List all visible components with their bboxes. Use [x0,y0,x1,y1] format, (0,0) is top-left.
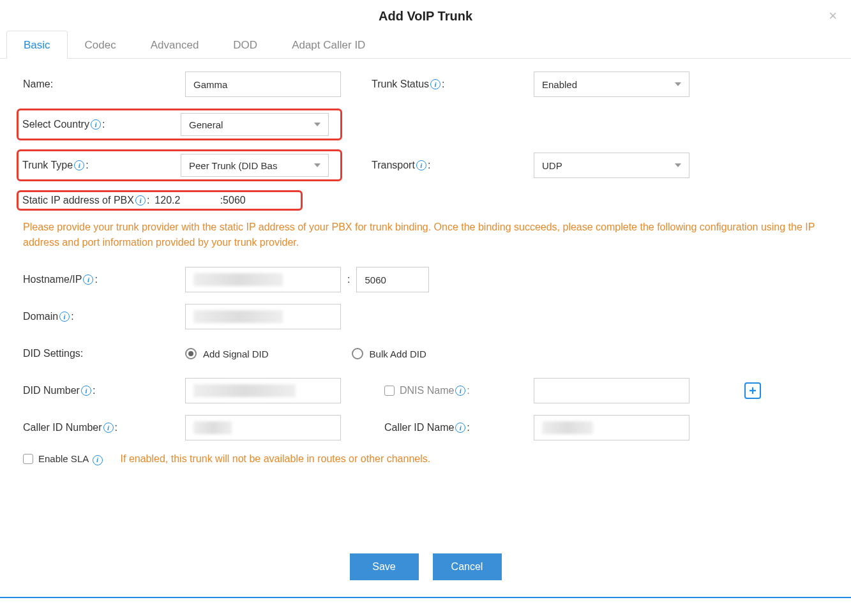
domain-label: Domain i: [23,311,185,322]
did-number-input[interactable] [185,378,341,403]
ip-binding-notice: Please provide your trunk provider with … [23,220,828,250]
caller-id-number-input[interactable] [185,415,341,440]
info-icon[interactable]: i [93,455,103,465]
caller-id-number-label: Caller ID Number i: [23,422,185,433]
redacted-value [193,384,296,397]
tab-advanced[interactable]: Advanced [133,31,216,59]
tab-codec[interactable]: Codec [68,31,133,59]
static-ip-value: 120.2 :5060 [154,195,245,206]
info-icon[interactable]: i [81,386,91,396]
dialog-footer: Save Cancel [0,553,851,598]
chevron-down-icon [675,82,681,86]
cancel-button[interactable]: Cancel [433,553,502,580]
enable-sla-checkbox[interactable] [23,454,33,464]
trunk-type-select[interactable]: Peer Trunk (DID Bas [181,154,329,177]
radio-unchecked-icon [352,348,363,359]
info-icon[interactable]: i [103,423,114,433]
did-settings-label: DID Settings: [23,348,185,359]
redacted-value [193,421,232,434]
info-icon[interactable]: i [455,386,465,396]
chevron-down-icon [314,123,320,126]
info-icon[interactable]: i [91,119,101,130]
add-did-button[interactable]: + [744,382,761,399]
add-signal-did-radio[interactable]: Add Signal DID [185,348,269,359]
bulk-add-did-radio[interactable]: Bulk Add DID [352,348,426,359]
redacted-value [193,310,283,323]
port-separator: : [347,274,350,285]
chevron-down-icon [675,163,681,167]
close-icon[interactable]: × [829,9,837,23]
did-number-label: DID Number i: [23,385,185,396]
trunk-type-label: Trunk Type i: [22,160,181,171]
sla-hint: If enabled, this trunk will not be avail… [121,453,431,465]
chevron-down-icon [314,163,320,167]
trunk-status-label: Trunk Status i: [372,79,534,90]
dialog-title: Add VoIP Trunk [0,0,851,30]
form-area: Name: Trunk Status i: Enabled Select Cou… [0,59,851,465]
info-icon[interactable]: i [430,79,441,89]
tab-dod[interactable]: DOD [216,31,275,59]
info-icon[interactable]: i [83,274,93,285]
static-ip-highlight: Static IP address of PBX i: 120.2 :5060 [17,190,303,211]
save-button[interactable]: Save [350,553,419,580]
name-label: Name: [23,79,185,90]
caller-id-name-label: Caller ID Name i: [384,422,534,433]
info-icon[interactable]: i [135,195,146,206]
info-icon[interactable]: i [59,312,70,322]
select-country-select[interactable]: General [181,113,329,136]
tab-adapt-caller-id[interactable]: Adapt Caller ID [275,31,382,59]
select-country-highlight: Select Country i: General [17,109,342,140]
did-settings-radio-group: Add Signal DID Bulk Add DID [185,348,465,359]
hostname-label: Hostname/IP i: [23,274,185,285]
info-icon[interactable]: i [74,160,84,170]
caller-id-name-input[interactable] [534,415,689,440]
radio-checked-icon [185,348,197,359]
static-ip-label: Static IP address of PBX i: [22,195,149,206]
trunk-status-select[interactable]: Enabled [534,71,689,97]
add-voip-trunk-dialog: Add VoIP Trunk × Basic Codec Advanced DO… [0,0,851,616]
transport-label: Transport i: [372,160,534,171]
dnis-name-label: DNIS Name i: [384,385,534,396]
dnis-name-checkbox[interactable] [384,386,395,396]
info-icon[interactable]: i [455,423,465,433]
info-icon[interactable]: i [416,160,426,170]
tab-basic[interactable]: Basic [6,31,68,59]
enable-sla-label: Enable SLA i [38,453,104,465]
domain-input[interactable] [185,304,341,329]
port-input[interactable] [356,267,429,292]
hostname-input[interactable] [185,267,341,292]
redacted-value [542,421,593,434]
select-country-label: Select Country i: [22,119,181,130]
dnis-name-input[interactable] [534,378,689,403]
transport-select[interactable]: UDP [534,153,689,178]
tab-bar: Basic Codec Advanced DOD Adapt Caller ID [0,30,851,59]
redacted-value [193,273,283,286]
name-input[interactable] [185,71,341,97]
